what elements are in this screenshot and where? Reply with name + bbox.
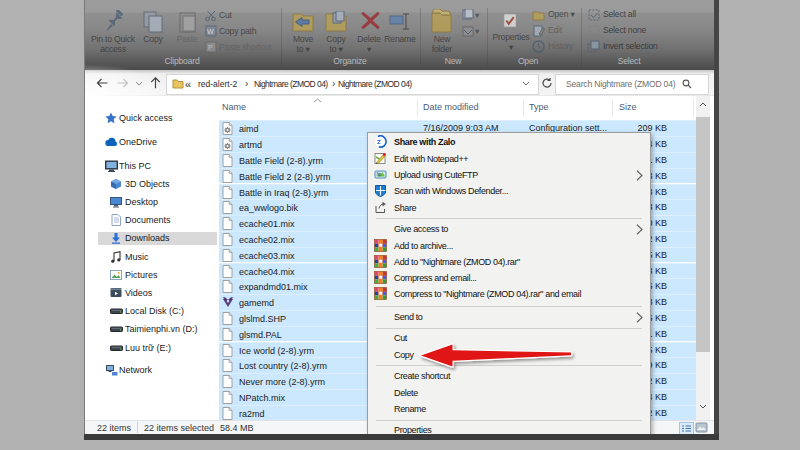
svg-text:ftp: ftp xyxy=(377,172,383,177)
svg-text:Z: Z xyxy=(377,139,381,145)
